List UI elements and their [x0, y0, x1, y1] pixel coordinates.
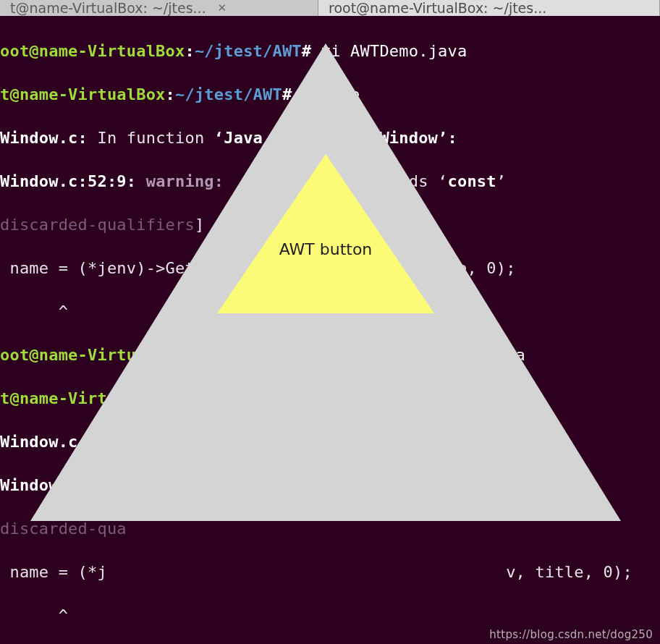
- terminal-line: ^: [0, 605, 660, 627]
- tab-title: root@name-VirtualBox: ~/jtes...: [329, 0, 546, 16]
- tab-bar: t@name-VirtualBox: ~/jtes... ✕ root@name…: [0, 0, 660, 16]
- terminal-tab-1[interactable]: root@name-VirtualBox: ~/jtes...: [318, 0, 660, 16]
- terminal-line: discarded-qua: [0, 518, 660, 540]
- terminal-line: name = (*j v, title, 0);: [0, 562, 660, 583]
- awt-button-label: AWT button: [279, 210, 373, 258]
- terminal-tab-0[interactable]: t@name-VirtualBox: ~/jtes... ✕: [0, 0, 318, 16]
- watermark: https://blog.csdn.net/dog250: [489, 628, 653, 641]
- awt-button[interactable]: AWT button: [217, 154, 434, 313]
- close-icon[interactable]: ✕: [216, 2, 228, 14]
- tab-title: t@name-VirtualBox: ~/jtes...: [10, 0, 206, 16]
